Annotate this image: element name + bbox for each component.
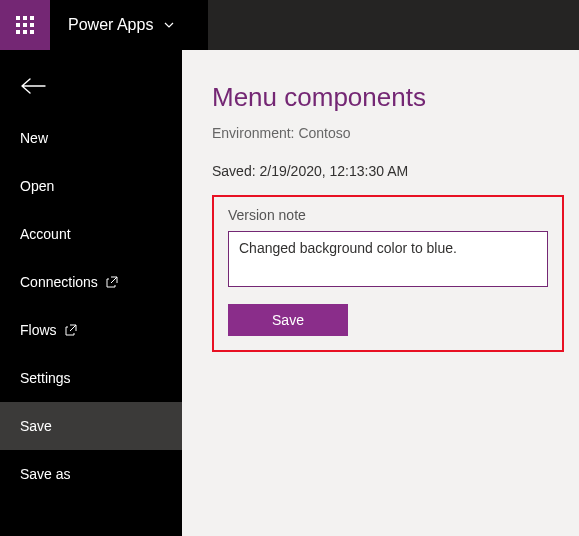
sidebar-item-save-as[interactable]: Save as (0, 450, 182, 498)
sidebar-item-label: Save (20, 418, 52, 434)
svg-rect-6 (16, 30, 20, 34)
sidebar-item-label: Flows (20, 322, 57, 338)
sidebar-item-label: Connections (20, 274, 98, 290)
top-bar-spacer (208, 0, 579, 50)
save-button[interactable]: Save (228, 304, 348, 336)
sidebar-item-flows[interactable]: Flows (0, 306, 182, 354)
sidebar-item-connections[interactable]: Connections (0, 258, 182, 306)
waffle-icon (16, 16, 34, 34)
external-link-icon (106, 276, 118, 288)
sidebar-item-open[interactable]: Open (0, 162, 182, 210)
svg-rect-1 (23, 16, 27, 20)
back-button[interactable] (0, 64, 182, 108)
sidebar-item-label: Save as (20, 466, 71, 482)
sidebar-item-account[interactable]: Account (0, 210, 182, 258)
sidebar-item-label: Open (20, 178, 54, 194)
app-title-dropdown[interactable]: Power Apps (50, 0, 208, 50)
app-launcher-button[interactable] (0, 0, 50, 50)
version-note-input[interactable] (228, 231, 548, 287)
chevron-down-icon (163, 19, 175, 31)
svg-rect-5 (30, 23, 34, 27)
saved-line: Saved: 2/19/2020, 12:13:30 AM (212, 163, 575, 179)
svg-rect-2 (30, 16, 34, 20)
svg-rect-4 (23, 23, 27, 27)
version-note-section: Version note Save (212, 195, 564, 352)
back-arrow-icon (20, 77, 46, 95)
sidebar-item-label: Account (20, 226, 71, 242)
svg-rect-8 (30, 30, 34, 34)
environment-line: Environment: Contoso (212, 125, 575, 141)
svg-rect-3 (16, 23, 20, 27)
environment-label: Environment: (212, 125, 294, 141)
sidebar-nav: New Open Account Connections Flows (0, 114, 182, 498)
external-link-icon (65, 324, 77, 336)
sidebar-item-save[interactable]: Save (0, 402, 182, 450)
environment-value: Contoso (298, 125, 350, 141)
sidebar: New Open Account Connections Flows (0, 50, 182, 536)
version-note-label: Version note (228, 207, 548, 223)
top-bar: Power Apps (0, 0, 579, 50)
sidebar-item-label: New (20, 130, 48, 146)
app-title-label: Power Apps (68, 16, 153, 34)
sidebar-item-settings[interactable]: Settings (0, 354, 182, 402)
saved-timestamp: 2/19/2020, 12:13:30 AM (259, 163, 408, 179)
sidebar-item-label: Settings (20, 370, 71, 386)
saved-label: Saved: (212, 163, 256, 179)
sidebar-item-new[interactable]: New (0, 114, 182, 162)
svg-rect-7 (23, 30, 27, 34)
svg-rect-0 (16, 16, 20, 20)
page-title: Menu components (212, 82, 575, 113)
main-content: Menu components Environment: Contoso Sav… (182, 50, 579, 536)
